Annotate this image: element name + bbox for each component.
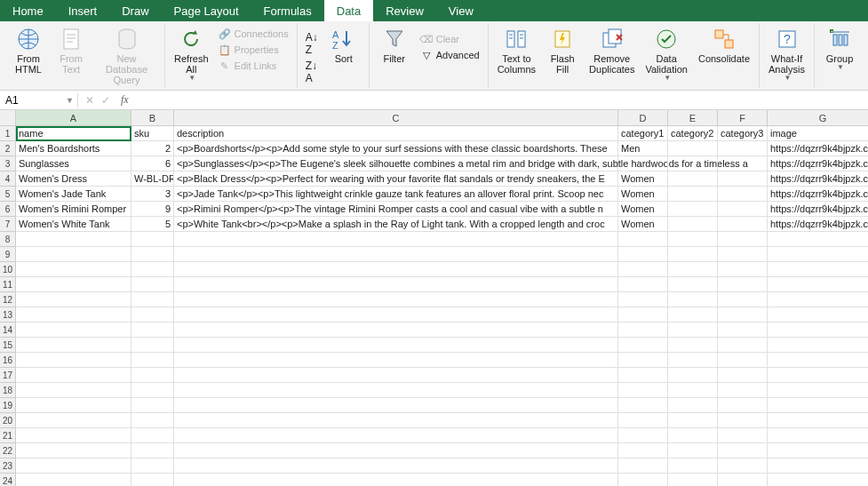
sort-button[interactable]: AZ Sort (324, 25, 363, 66)
cell[interactable] (668, 292, 718, 307)
cell[interactable] (668, 413, 718, 428)
row-header[interactable]: 16 (0, 353, 16, 368)
cell[interactable] (618, 292, 668, 307)
cell[interactable] (768, 368, 868, 383)
cell[interactable] (668, 398, 718, 413)
cell[interactable] (718, 428, 768, 443)
remove-duplicates-button[interactable]: RemoveDuplicates (585, 25, 638, 76)
cell[interactable] (618, 156, 668, 171)
cell[interactable]: https://dqzrr9k4bjpzk.clo (768, 141, 868, 156)
cell[interactable] (16, 368, 131, 383)
cell[interactable] (718, 141, 768, 156)
cell[interactable] (718, 277, 768, 292)
cell[interactable] (174, 247, 618, 262)
col-header-C[interactable]: C (174, 110, 618, 126)
row-header[interactable]: 19 (0, 398, 16, 413)
cell[interactable]: Women (618, 187, 668, 202)
sort-asc-button[interactable]: A↓Z (303, 30, 321, 57)
connections-button[interactable]: 🔗Connections (216, 27, 291, 41)
cell[interactable] (618, 443, 668, 458)
row-header[interactable]: 14 (0, 323, 16, 338)
cell[interactable] (174, 398, 618, 413)
cell[interactable] (768, 458, 868, 474)
cell[interactable]: Men's Boardshorts (16, 141, 131, 156)
select-all-corner[interactable] (0, 110, 16, 126)
worksheet[interactable]: ABCDEFG1nameskudescriptioncategory1categ… (0, 110, 868, 486)
cell[interactable]: 5 (131, 217, 174, 232)
cell[interactable] (174, 307, 618, 323)
cell[interactable] (718, 323, 768, 338)
edit-links-button[interactable]: ✎Edit Links (216, 59, 291, 73)
cell[interactable] (131, 353, 174, 368)
cell[interactable]: https://dqzrr9k4bjpzk.clo (768, 202, 868, 217)
formula-input[interactable] (132, 92, 868, 109)
name-box-drop-icon[interactable]: ▼ (62, 96, 77, 105)
cell[interactable]: 6 (131, 156, 174, 171)
cell[interactable] (618, 323, 668, 338)
cell[interactable] (718, 217, 768, 232)
cell[interactable] (768, 474, 868, 486)
col-header-B[interactable]: B (131, 110, 174, 126)
cell[interactable] (768, 398, 868, 413)
cell[interactable]: <p>Boardshorts</p><p>Add some style to y… (174, 141, 618, 156)
cell[interactable]: <p>White Tank<br></p><p>Make a splash in… (174, 217, 618, 232)
cell[interactable]: https://dqzrr9k4bjpzk.clo (768, 187, 868, 202)
cell[interactable] (718, 307, 768, 323)
row-header[interactable]: 2 (0, 141, 16, 156)
row-header[interactable]: 3 (0, 156, 16, 171)
consolidate-button[interactable]: Consolidate (695, 25, 753, 66)
cell[interactable] (16, 398, 131, 413)
cell[interactable] (174, 323, 618, 338)
cell[interactable]: 9 (131, 202, 174, 217)
cell[interactable] (768, 292, 868, 307)
tab-draw[interactable]: Draw (109, 0, 161, 21)
from-text-button[interactable]: FromText (52, 25, 91, 76)
tab-home[interactable]: Home (0, 0, 56, 21)
cell[interactable] (718, 353, 768, 368)
cell[interactable] (618, 232, 668, 247)
row-header[interactable]: 24 (0, 474, 16, 486)
row-header[interactable]: 4 (0, 171, 16, 187)
cell[interactable] (131, 292, 174, 307)
cell[interactable] (668, 171, 718, 187)
cell[interactable] (618, 262, 668, 277)
what-if-button[interactable]: ? What-IfAnalysis▼ (765, 25, 808, 84)
cell[interactable] (768, 428, 868, 443)
cell[interactable]: https://dqzrr9k4bjpzk.clo (768, 171, 868, 187)
cell[interactable] (718, 262, 768, 277)
cell[interactable] (718, 413, 768, 428)
cell[interactable] (618, 428, 668, 443)
cell[interactable] (718, 458, 768, 474)
row-header[interactable]: 10 (0, 262, 16, 277)
row-header[interactable]: 7 (0, 217, 16, 232)
cell[interactable]: https://dqzrr9k4bjpzk.clo (768, 217, 868, 232)
cell[interactable] (668, 323, 718, 338)
cell[interactable]: https://dqzrr9k4bjpzk.clo (768, 156, 868, 171)
cell[interactable] (16, 338, 131, 353)
name-box[interactable] (0, 92, 62, 109)
cell[interactable] (16, 443, 131, 458)
cell[interactable] (668, 428, 718, 443)
cell[interactable] (768, 262, 868, 277)
cell[interactable] (16, 323, 131, 338)
from-html-button[interactable]: FromHTML (9, 25, 48, 76)
cell[interactable] (718, 247, 768, 262)
cell[interactable]: 2 (131, 141, 174, 156)
row-header[interactable]: 9 (0, 247, 16, 262)
cell[interactable]: sku (131, 126, 174, 141)
cell[interactable] (16, 307, 131, 323)
cell[interactable]: image (768, 126, 868, 141)
cell[interactable] (668, 156, 718, 171)
cell[interactable] (174, 232, 618, 247)
cell[interactable] (668, 217, 718, 232)
cell[interactable] (668, 443, 718, 458)
cell[interactable]: <p>Rimini Romper</p><p>The vintage Rimin… (174, 202, 618, 217)
cell[interactable] (768, 353, 868, 368)
row-header[interactable]: 20 (0, 413, 16, 428)
cell[interactable]: name (16, 126, 131, 141)
cell[interactable] (618, 338, 668, 353)
row-header[interactable]: 8 (0, 232, 16, 247)
cell[interactable] (668, 141, 718, 156)
cell[interactable] (618, 353, 668, 368)
cell[interactable] (618, 277, 668, 292)
